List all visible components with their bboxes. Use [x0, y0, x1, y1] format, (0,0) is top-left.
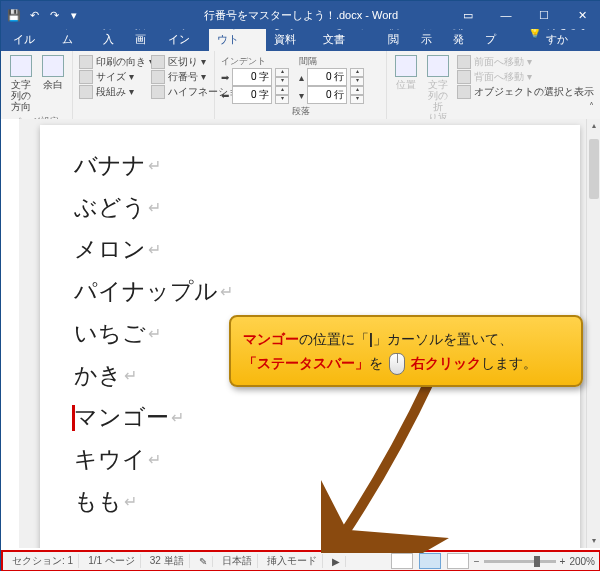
breaks-icon [151, 55, 165, 69]
view-read-mode[interactable] [391, 553, 413, 569]
position-icon [395, 55, 417, 77]
space-before-icon: ▴ [299, 72, 304, 83]
margins-button[interactable]: 余白 [40, 53, 66, 92]
paragraph-mark-icon: ↵ [148, 187, 161, 229]
doc-line-cursor[interactable]: マンゴー↵ [74, 397, 546, 439]
send-backward-button: 背面へ移動 ▾ [457, 70, 594, 84]
status-language[interactable]: 日本語 [217, 554, 258, 568]
paragraph-mark-icon: ↵ [220, 271, 233, 313]
forward-icon [457, 55, 471, 69]
text-direction-icon [10, 55, 32, 77]
minimize-button[interactable]: — [487, 1, 525, 29]
columns-icon [79, 85, 93, 99]
hyphen-icon [151, 85, 165, 99]
text-direction-label: 文字列の方向 [9, 79, 32, 112]
paragraph-mark-icon: ↵ [148, 145, 161, 187]
position-button: 位置 [393, 53, 419, 92]
zoom-out-button[interactable]: − [474, 556, 480, 567]
text-direction-button[interactable]: 文字列の方向 [7, 53, 34, 114]
status-bar[interactable]: セクション: 1 1/1 ページ 32 単語 ✎ 日本語 挿入モード ▶ − +… [1, 550, 600, 571]
zoom-slider[interactable] [484, 560, 556, 563]
window-buttons: ▭ — ☐ ✕ [449, 1, 600, 29]
paragraph-mark-icon: ↵ [148, 313, 161, 355]
save-icon[interactable]: 💾 [7, 8, 21, 22]
callout-keyword: 「ステータスバー」 [243, 355, 369, 371]
status-words[interactable]: 32 単語 [145, 554, 190, 568]
paragraph-mark-icon: ↵ [124, 481, 137, 523]
zoom-in-button[interactable]: + [560, 556, 566, 567]
backward-icon [457, 70, 471, 84]
doc-line[interactable]: もも↵ [74, 481, 546, 523]
view-print-layout[interactable] [419, 553, 441, 569]
scroll-down-icon[interactable]: ▾ [587, 534, 600, 548]
collapse-ribbon-icon[interactable]: ˄ [589, 101, 594, 112]
linenum-icon [151, 70, 165, 84]
doc-line[interactable]: メロン↵ [74, 229, 546, 271]
indent-right[interactable]: ⬅▴▾ [221, 86, 289, 104]
paragraph-mark-icon: ↵ [171, 397, 184, 439]
title-bar: 💾 ↶ ↷ ▾ 行番号をマスターしよう！.docx - Word ▭ — ☐ ✕ [1, 1, 600, 29]
ribbon-tabs: ファイル ホーム 挿入 描画 デザイン レイアウト 参考資料 差し込み文書 校閲… [1, 29, 600, 51]
status-section[interactable]: セクション: 1 [7, 554, 79, 568]
paragraph-mark-icon: ↵ [148, 229, 161, 271]
space-after-icon: ▾ [299, 90, 304, 101]
margins-label: 余白 [43, 79, 63, 90]
scroll-up-icon[interactable]: ▴ [587, 119, 600, 133]
group-paragraph: インデント ➡▴▾ ⬅▴▾ 間隔 ▴▴▾ ▾▴▾ 段落 [215, 51, 387, 119]
zoom-control[interactable]: − + 200% [474, 556, 595, 567]
word-window: 💾 ↶ ↷ ▾ 行番号をマスターしよう！.docx - Word ▭ — ☐ ✕… [0, 0, 600, 571]
callout-keyword: マンゴー [243, 331, 299, 347]
ribbon-options-icon[interactable]: ▭ [449, 1, 487, 29]
doc-line[interactable]: キウイ↵ [74, 439, 546, 481]
mouse-icon [389, 353, 405, 375]
space-after-input[interactable] [307, 86, 347, 104]
selection-icon [457, 85, 471, 99]
scroll-thumb[interactable] [589, 139, 599, 199]
qat-customize-icon[interactable]: ▾ [67, 8, 81, 22]
group-page-setup-items: 印刷の向き ▾ サイズ ▾ 段組み ▾ 区切り ▾ 行番号 ▾ ハイフネーション… [73, 51, 215, 119]
space-after[interactable]: ▾▴▾ [299, 86, 364, 104]
doc-line[interactable]: ぶどう↵ [74, 187, 546, 229]
status-page[interactable]: 1/1 ページ [83, 554, 141, 568]
maximize-button[interactable]: ☐ [525, 1, 563, 29]
indent-left[interactable]: ➡▴▾ [221, 68, 289, 86]
paragraph-mark-icon: ↵ [124, 355, 137, 397]
doc-line[interactable]: バナナ↵ [74, 145, 546, 187]
indent-right-input[interactable] [232, 86, 272, 104]
margins-icon [42, 55, 64, 77]
instruction-callout: マンゴーの位置に「|」カーソルを置いて、 「ステータスバー」を 右クリックします… [229, 315, 583, 387]
size-icon [79, 70, 93, 84]
indent-header: インデント [221, 55, 289, 68]
vertical-scrollbar[interactable]: ▴ ▾ [586, 119, 600, 548]
space-before[interactable]: ▴▴▾ [299, 68, 364, 86]
spacing-header: 間隔 [299, 55, 364, 68]
group-text-direction: 文字列の方向 余白 ページ設定 [1, 51, 73, 119]
bring-forward-button: 前面へ移動 ▾ [457, 55, 594, 69]
status-macro-icon[interactable]: ▶ [327, 556, 346, 567]
zoom-thumb[interactable] [534, 556, 540, 567]
status-insert-mode[interactable]: 挿入モード [262, 554, 323, 568]
wrap-icon [427, 55, 449, 77]
indent-left-icon: ➡ [221, 72, 229, 83]
group-arrange: 位置 文字列の折り返し 前面へ移動 ▾ 背面へ移動 ▾ オブジェクトの選択と表示… [387, 51, 600, 119]
vertical-ruler[interactable] [1, 119, 20, 548]
redo-icon[interactable]: ↷ [47, 8, 61, 22]
group-label-paragraph: 段落 [221, 104, 380, 119]
close-button[interactable]: ✕ [563, 1, 600, 29]
quick-access-toolbar: 💾 ↶ ↷ ▾ [1, 8, 81, 22]
zoom-percent[interactable]: 200% [569, 556, 595, 567]
undo-icon[interactable]: ↶ [27, 8, 41, 22]
view-web-layout[interactable] [447, 553, 469, 569]
doc-line[interactable]: パイナップル↵ [74, 271, 546, 313]
ribbon: 文字列の方向 余白 ページ設定 印刷の向き ▾ サイズ ▾ 段組み ▾ 区切り … [1, 51, 600, 120]
paragraph-mark-icon: ↵ [148, 439, 161, 481]
orientation-icon [79, 55, 93, 69]
indent-right-icon: ⬅ [221, 90, 229, 101]
space-before-input[interactable] [307, 68, 347, 86]
selection-pane-button[interactable]: オブジェクトの選択と表示 [457, 85, 594, 99]
indent-left-input[interactable] [232, 68, 272, 86]
status-proofing-icon[interactable]: ✎ [194, 556, 213, 567]
